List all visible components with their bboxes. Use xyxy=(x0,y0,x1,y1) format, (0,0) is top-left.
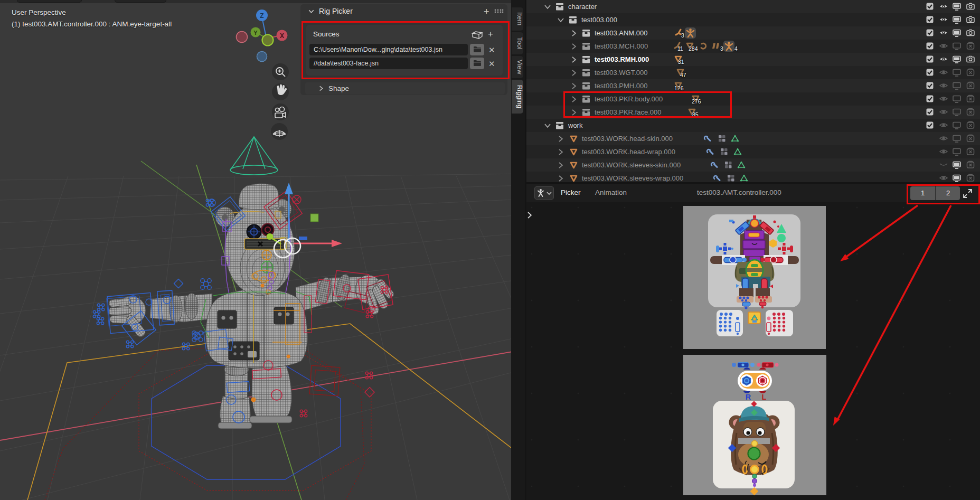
svg-text:Z: Z xyxy=(260,12,263,20)
svg-text:R: R xyxy=(746,393,751,401)
svg-text:Y: Y xyxy=(253,30,258,36)
svg-text:X: X xyxy=(280,32,284,40)
svg-text:L: L xyxy=(762,393,767,401)
